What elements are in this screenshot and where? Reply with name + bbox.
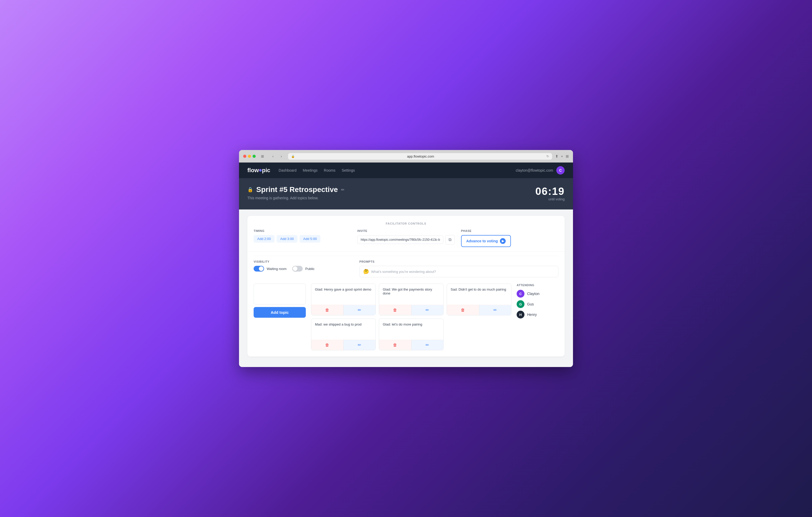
edit-topic-1-button[interactable]: ✏: [343, 305, 376, 315]
attendee-name-henry: Henry: [527, 312, 537, 317]
browser-actions: ⬆ + ⊞: [555, 154, 569, 158]
delete-icon-5: 🗑: [393, 343, 397, 347]
topic-card-5: Glad: let's do more pairing 🗑 ✏: [379, 318, 443, 350]
attendee-gus: G Gus: [517, 300, 558, 308]
share-icon[interactable]: ⬆: [555, 154, 558, 158]
nav-user: clayton@flowtopic.com C: [516, 166, 564, 175]
nav-rooms[interactable]: Rooms: [324, 167, 335, 174]
topic-textarea[interactable]: [254, 283, 306, 304]
edit-icon-4: ✏: [358, 342, 361, 347]
topic-card-4: Mad: we shipped a bug to prod 🗑 ✏: [311, 318, 376, 350]
topics-area: Add topic Glad: Henry gave a good sprint…: [254, 283, 558, 350]
timing-section: TIMING Add 2:00 Add 3:00 Add 5:00: [254, 229, 351, 247]
public-toggle[interactable]: [292, 266, 303, 272]
delete-icon-4: 🗑: [325, 343, 329, 347]
logo-text-before: flow: [248, 167, 259, 174]
timer-value: 06:19: [535, 185, 564, 197]
logo-dot: [259, 169, 262, 172]
user-avatar[interactable]: C: [556, 166, 564, 175]
refresh-icon[interactable]: ↻: [546, 154, 549, 158]
edit-topic-3-button[interactable]: ✏: [479, 305, 512, 315]
edit-icon-1: ✏: [358, 308, 361, 312]
delete-icon-2: 🗑: [393, 308, 397, 312]
copy-link-button[interactable]: ⧉: [445, 235, 455, 244]
advance-circle-icon: ▶: [500, 238, 506, 244]
prompts-input-area[interactable]: 🤔 What's something you're wondering abou…: [359, 266, 558, 277]
edit-topic-2-button[interactable]: ✏: [411, 305, 443, 315]
topic-card-1-actions: 🗑 ✏: [311, 305, 375, 315]
nav-meetings[interactable]: Meetings: [303, 167, 318, 174]
meeting-subtitle: This meeting is gathering. Add topics be…: [248, 196, 344, 200]
waiting-room-toggle[interactable]: [254, 266, 264, 272]
nav-dashboard[interactable]: Dashboard: [279, 167, 297, 174]
avatar-gus: G: [517, 300, 524, 308]
timer-label: until voting: [535, 197, 564, 201]
delete-topic-3-button[interactable]: 🗑: [447, 305, 479, 315]
forward-button[interactable]: ›: [278, 153, 285, 160]
add-2min-button[interactable]: Add 2:00: [254, 235, 274, 243]
visibility-section: VISIBILITY Waiting room Public: [254, 260, 353, 277]
delete-topic-5-button[interactable]: 🗑: [379, 340, 411, 350]
logo-text-after: pic: [262, 167, 270, 174]
attendee-name-gus: Gus: [527, 302, 534, 306]
app-logo: flowpic: [248, 167, 270, 174]
delete-topic-4-button[interactable]: 🗑: [311, 340, 343, 350]
nav-settings[interactable]: Settings: [342, 167, 355, 174]
prompts-label: PROMPTS: [359, 260, 558, 263]
close-dot[interactable]: [243, 155, 246, 158]
app: flowpic Dashboard Meetings Rooms Setting…: [239, 162, 573, 367]
avatar-clayton: C: [517, 290, 524, 298]
facilitator-controls-label: FACILITATOR CONTROLS: [254, 222, 558, 225]
attendee-henry: H Henry: [517, 311, 558, 318]
invite-url-input[interactable]: [357, 236, 443, 244]
attending-label: ATTENDING: [517, 283, 558, 287]
advance-to-voting-button[interactable]: Advance to voting ▶: [461, 235, 511, 247]
delete-topic-2-button[interactable]: 🗑: [379, 305, 411, 315]
add-topic-button[interactable]: Add topic: [254, 307, 306, 318]
timing-buttons: Add 2:00 Add 3:00 Add 5:00: [254, 235, 351, 243]
invite-input-row: ⧉: [357, 235, 455, 244]
main-content: FACILITATOR CONTROLS TIMING Add 2:00 Add…: [239, 209, 573, 367]
topic-input-area: Add topic: [254, 283, 306, 350]
tabs-icon[interactable]: ⊞: [259, 153, 266, 160]
app-nav: flowpic Dashboard Meetings Rooms Setting…: [239, 162, 573, 178]
avatar-initial-henry: H: [519, 313, 522, 317]
delete-icon-3: 🗑: [461, 308, 465, 312]
timer-area: 06:19 until voting: [535, 185, 564, 201]
attendee-name-clayton: Clayton: [527, 292, 539, 296]
tab-overview-icon[interactable]: ⊞: [566, 154, 569, 158]
address-bar[interactable]: 🔒 app.flowtopic.com ↻: [288, 153, 552, 160]
new-tab-icon[interactable]: +: [561, 154, 563, 158]
edit-topic-4-button[interactable]: ✏: [343, 340, 376, 350]
avatar-initial-gus: G: [519, 302, 522, 306]
edit-icon-3: ✏: [493, 308, 497, 312]
topic-card-1: Glad: Henry gave a good sprint demo 🗑 ✏: [311, 283, 376, 315]
edit-title-icon[interactable]: ✏: [341, 187, 344, 192]
topic-card-1-body: Glad: Henry gave a good sprint demo: [311, 284, 375, 305]
controls-row2: VISIBILITY Waiting room Public: [254, 255, 558, 277]
topic-card-2: Glad: We got the payments story done 🗑 ✏: [379, 283, 443, 315]
controls-divider: [248, 251, 564, 251]
visibility-row: Waiting room Public: [254, 266, 353, 272]
edit-icon-5: ✏: [426, 342, 429, 347]
browser-window: ⊞ ‹ › 🔒 app.flowtopic.com ↻ ⬆ + ⊞ flowpi…: [239, 150, 573, 367]
minimize-dot[interactable]: [248, 155, 251, 158]
meeting-lock-icon: 🔒: [248, 187, 253, 192]
topics-grid: Glad: Henry gave a good sprint demo 🗑 ✏: [311, 283, 512, 350]
back-button[interactable]: ‹: [269, 153, 277, 160]
topic-card-3: Sad: Didn't get to do as much pairing 🗑 …: [447, 283, 512, 315]
topic-card-3-actions: 🗑 ✏: [447, 305, 511, 315]
controls-grid: TIMING Add 2:00 Add 3:00 Add 5:00 INVITE: [254, 229, 558, 247]
add-5min-button[interactable]: Add 5:00: [299, 235, 320, 243]
address-text: app.flowtopic.com: [297, 154, 544, 158]
edit-topic-5-button[interactable]: ✏: [411, 340, 443, 350]
maximize-dot[interactable]: [253, 155, 256, 158]
delete-topic-1-button[interactable]: 🗑: [311, 305, 343, 315]
toggle-thumb-off: [293, 266, 297, 271]
edit-icon-2: ✏: [426, 308, 429, 312]
toggle-thumb-on: [259, 266, 264, 271]
add-3min-button[interactable]: Add 3:00: [277, 235, 297, 243]
attending-sidebar: ATTENDING C Clayton G: [517, 283, 558, 350]
topic-card-2-actions: 🗑 ✏: [379, 305, 443, 315]
lock-icon: 🔒: [291, 155, 295, 158]
